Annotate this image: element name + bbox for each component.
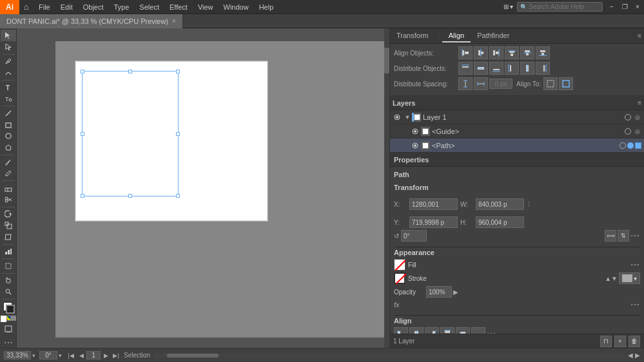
fill-more-btn[interactable]: ⋯ (630, 260, 640, 270)
eraser-tool[interactable] (1, 182, 16, 194)
line-tool[interactable] (1, 108, 16, 119)
type-tool[interactable]: T (1, 82, 16, 93)
dist-bottom-btn[interactable] (489, 62, 503, 75)
delete-layer-btn[interactable]: 🗑 (629, 336, 640, 347)
rotation-input[interactable] (39, 351, 57, 359)
guide-row[interactable]: <Guide> ◎ (390, 124, 644, 138)
dist-space-horiz-btn[interactable] (474, 77, 488, 90)
layer1-visibility[interactable] (391, 113, 403, 121)
align-to-selection-btn[interactable] (543, 77, 558, 90)
zoom-dropdown-btn[interactable]: ▾ (32, 352, 35, 359)
handle-top-right[interactable] (176, 70, 180, 73)
y-field[interactable] (409, 216, 458, 228)
appearance-more-btn[interactable]: ⋯ (630, 300, 640, 310)
align-bottom-btn[interactable] (536, 46, 550, 59)
dist-horiz-center-btn[interactable] (520, 62, 534, 75)
menu-help[interactable]: Help (254, 2, 279, 12)
path-visibility[interactable] (409, 142, 421, 149)
scale-tool[interactable] (1, 220, 16, 231)
color-icon[interactable] (6, 316, 11, 321)
ellipse-tool[interactable] (1, 130, 16, 142)
fx-label[interactable]: fx (394, 301, 400, 309)
layer1-lock[interactable] (625, 114, 631, 120)
tab-close-btn[interactable]: × (172, 17, 176, 24)
flip-v-btn[interactable]: ⇅ (618, 230, 629, 242)
home-icon[interactable]: ⌂ (19, 0, 34, 14)
dist-left-btn[interactable] (505, 62, 519, 75)
path-target[interactable] (627, 142, 634, 149)
handle-mid-left[interactable] (81, 132, 84, 136)
panel-tab-menu[interactable]: ≡ (638, 32, 641, 39)
tab-align[interactable]: Align (442, 30, 471, 43)
menu-effect[interactable]: Effect (164, 2, 193, 12)
pencil-tool[interactable] (1, 168, 16, 180)
more-tools[interactable]: ⋯ (2, 338, 15, 348)
opacity-arrow[interactable]: ▶ (453, 289, 458, 296)
menu-window[interactable]: Window (219, 2, 254, 12)
v-scrollbar[interactable] (384, 28, 389, 348)
h-field[interactable] (476, 216, 524, 228)
selected-path[interactable] (82, 71, 179, 196)
polygon-tool[interactable] (1, 142, 16, 153)
zoom-tool[interactable] (1, 286, 16, 298)
dist-space-vert-btn[interactable] (458, 77, 473, 90)
path-row[interactable]: <Path> (390, 138, 644, 153)
artboard-tool[interactable] (1, 260, 16, 272)
menu-file[interactable]: File (34, 2, 55, 12)
rotation-dropdown-btn[interactable]: ▾ (59, 352, 62, 359)
stroke-down[interactable]: ▼ (611, 275, 618, 282)
curvature-tool[interactable] (1, 67, 16, 79)
dist-vert-center-btn[interactable] (474, 62, 488, 75)
handle-mid-right[interactable] (176, 132, 180, 136)
handle-bottom-left[interactable] (81, 194, 84, 198)
scroll-right-btn[interactable]: ▶ (635, 352, 640, 359)
direct-selection-tool[interactable] (1, 41, 16, 53)
layers-menu-btn[interactable]: ≡ (638, 99, 641, 106)
layer1-row[interactable]: ▼ Layer 1 ◎ (390, 110, 644, 124)
x-field[interactable] (409, 198, 458, 210)
restore-button[interactable]: ❐ (618, 0, 631, 14)
new-layer-btn[interactable]: + (614, 336, 626, 347)
rectangle-tool[interactable] (1, 119, 16, 131)
handle-top-left[interactable] (81, 70, 84, 73)
menu-type[interactable]: Type (109, 2, 135, 12)
hand-tool[interactable] (1, 275, 16, 287)
minimize-button[interactable]: − (605, 0, 618, 14)
paintbrush-tool[interactable] (1, 157, 16, 168)
align-left-btn[interactable] (458, 46, 473, 59)
pen-tool[interactable] (1, 55, 16, 67)
h-scroll-thumb[interactable] (167, 354, 219, 357)
stroke-swatch[interactable] (394, 272, 405, 284)
menu-select[interactable]: Select (134, 2, 164, 12)
tab-transform[interactable]: Transform (390, 30, 435, 43)
rotation-field[interactable] (401, 230, 427, 242)
handle-bottom-right[interactable] (176, 194, 180, 198)
spacing-value-input[interactable] (489, 79, 512, 89)
zoom-input[interactable] (4, 351, 31, 359)
menu-view[interactable]: View (193, 2, 219, 12)
link-wh-btn[interactable]: ⋮ (524, 194, 533, 214)
stroke-color[interactable] (6, 305, 15, 314)
nav-prev-btn[interactable]: ◀ (76, 350, 86, 361)
flip-h-btn[interactable]: ⟺ (605, 230, 616, 242)
layer1-expand[interactable]: ▼ (403, 114, 412, 120)
fill-swatch[interactable] (394, 259, 405, 271)
align-center-v-btn[interactable] (520, 46, 534, 59)
make-mask-btn[interactable]: ⊓ (600, 336, 612, 347)
graph-tool[interactable] (1, 245, 16, 257)
transform-more-btn[interactable]: ⋯ (630, 231, 640, 241)
nav-first-btn[interactable]: |◀ (66, 350, 76, 361)
nav-last-btn[interactable]: ▶| (111, 350, 121, 361)
canvas-area[interactable] (17, 28, 389, 348)
path-lock[interactable] (620, 142, 626, 149)
selection-tool[interactable] (1, 30, 16, 41)
none-icon[interactable] (11, 316, 15, 321)
guide-visibility[interactable] (409, 128, 421, 135)
stroke-dropdown[interactable]: ▾ (619, 272, 640, 284)
align-top-btn[interactable] (505, 46, 519, 59)
layer1-target[interactable]: ◎ (632, 112, 643, 122)
align-right-btn[interactable] (489, 46, 503, 59)
align-to-keyobj-btn[interactable] (559, 77, 573, 90)
v-scroll-thumb[interactable] (384, 48, 389, 73)
swap-colors[interactable] (1, 316, 6, 322)
